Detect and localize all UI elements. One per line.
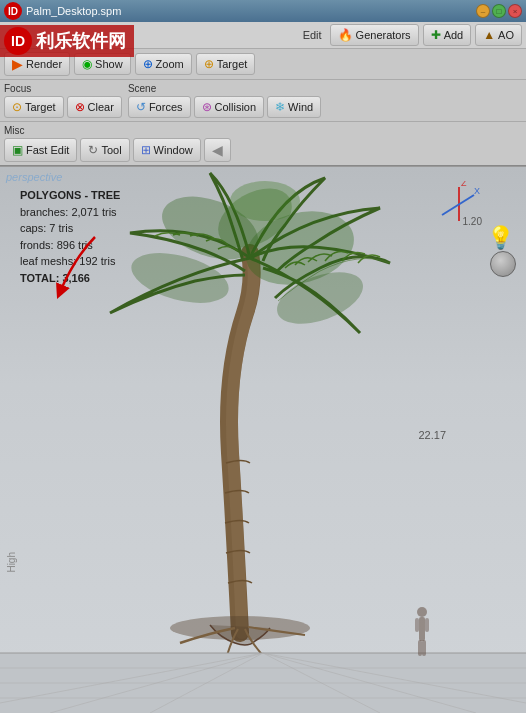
fastedit-icon: ▣ bbox=[12, 143, 23, 157]
focus-target-button[interactable]: ⊙ Target bbox=[4, 96, 64, 118]
svg-rect-24 bbox=[415, 618, 419, 632]
add-button[interactable]: ✚ Add bbox=[423, 24, 472, 46]
scale-val: 1.20 bbox=[463, 216, 482, 227]
svg-rect-27 bbox=[422, 640, 426, 656]
watermark-logo: ID bbox=[4, 27, 32, 55]
light-icon: 💡 bbox=[487, 225, 514, 251]
svg-rect-25 bbox=[425, 618, 429, 632]
watermark-text: 利乐软件网 bbox=[36, 29, 126, 53]
collision-button[interactable]: ⊛ Collision bbox=[194, 96, 265, 118]
app-logo: ID bbox=[4, 2, 22, 20]
palm-tree-svg bbox=[80, 167, 420, 653]
focus-scene-row: Focus ⊙ Target ⊗ Clear Scene ↺ bbox=[0, 80, 526, 122]
tool-button[interactable]: ↻ Tool bbox=[80, 138, 129, 162]
misc-row: Misc ▣ Fast Edit ↻ Tool ⊞ Window bbox=[0, 122, 526, 166]
axis-widget: Z X 1.20 bbox=[436, 181, 482, 227]
focus-group: Focus ⊙ Target ⊗ Clear bbox=[4, 83, 122, 118]
svg-point-9 bbox=[230, 181, 300, 221]
maximize-button[interactable]: □ bbox=[492, 4, 506, 18]
height-label: High bbox=[6, 552, 17, 573]
back-button[interactable]: ◀ bbox=[204, 138, 231, 162]
target-button[interactable]: ⊕ Target bbox=[196, 53, 256, 75]
app-window: ID Palm_Desktop.spm – □ × ID 利乐软件网 Edit … bbox=[0, 0, 526, 713]
viewport[interactable]: perspective POLYGONS - TREE branches: 2,… bbox=[0, 167, 526, 713]
ao-button[interactable]: ▲ AO bbox=[475, 24, 522, 46]
watermark: ID 利乐软件网 bbox=[0, 25, 134, 57]
minimize-button[interactable]: – bbox=[476, 4, 490, 18]
focus-buttons: ⊙ Target ⊗ Clear bbox=[4, 96, 122, 118]
scene-buttons: ↺ Forces ⊛ Collision ❄ Wind bbox=[128, 96, 321, 118]
tool-icon: ↻ bbox=[88, 143, 98, 157]
misc-label: Misc bbox=[4, 125, 231, 136]
show-icon: ◉ bbox=[82, 57, 92, 71]
human-svg bbox=[413, 606, 431, 661]
window-icon: ⊞ bbox=[141, 143, 151, 157]
focus-clear-icon: ⊗ bbox=[75, 100, 85, 114]
sphere-icon bbox=[490, 251, 516, 277]
svg-point-22 bbox=[417, 607, 427, 617]
scene-label: Scene bbox=[128, 83, 321, 94]
human-silhouette bbox=[413, 606, 431, 663]
svg-text:Z: Z bbox=[461, 181, 467, 188]
wind-button[interactable]: ❄ Wind bbox=[267, 96, 321, 118]
focus-label: Focus bbox=[4, 83, 122, 94]
generators-button[interactable]: 🔥 Generators bbox=[330, 24, 419, 46]
scene-group: Scene ↺ Forces ⊛ Collision ❄ Wind bbox=[128, 83, 321, 118]
fastedit-button[interactable]: ▣ Fast Edit bbox=[4, 138, 77, 162]
edit-label: Edit bbox=[303, 29, 322, 41]
close-button[interactable]: × bbox=[508, 4, 522, 18]
forces-icon: ↺ bbox=[136, 100, 146, 114]
viewport-wrapper: perspective POLYGONS - TREE branches: 2,… bbox=[0, 167, 526, 713]
misc-group: Misc ▣ Fast Edit ↻ Tool ⊞ Window bbox=[4, 125, 231, 162]
misc-buttons: ▣ Fast Edit ↻ Tool ⊞ Window ◀ bbox=[4, 138, 231, 162]
collision-icon: ⊛ bbox=[202, 100, 212, 114]
add-icon: ✚ bbox=[431, 28, 441, 42]
render-icon: ▶ bbox=[12, 56, 23, 72]
focus-target-icon: ⊙ bbox=[12, 100, 22, 114]
ao-icon: ▲ bbox=[483, 28, 495, 42]
perspective-label: perspective bbox=[6, 171, 62, 183]
zoom-icon: ⊕ bbox=[143, 57, 153, 71]
zoom-button[interactable]: ⊕ Zoom bbox=[135, 53, 192, 75]
svg-text:X: X bbox=[474, 186, 480, 196]
svg-rect-23 bbox=[419, 617, 425, 641]
wind-icon: ❄ bbox=[275, 100, 285, 114]
window-controls: – □ × bbox=[476, 4, 522, 18]
focus-clear-button[interactable]: ⊗ Clear bbox=[67, 96, 122, 118]
generators-icon: 🔥 bbox=[338, 28, 353, 42]
title-bar: ID Palm_Desktop.spm – □ × bbox=[0, 0, 526, 22]
svg-rect-26 bbox=[418, 640, 422, 656]
target-icon: ⊕ bbox=[204, 57, 214, 71]
forces-button[interactable]: ↺ Forces bbox=[128, 96, 191, 118]
window-button[interactable]: ⊞ Window bbox=[133, 138, 201, 162]
ground-svg bbox=[0, 613, 526, 713]
back-icon: ◀ bbox=[212, 142, 223, 158]
distance-label: 22.17 bbox=[418, 429, 446, 441]
window-title: Palm_Desktop.spm bbox=[26, 5, 476, 17]
